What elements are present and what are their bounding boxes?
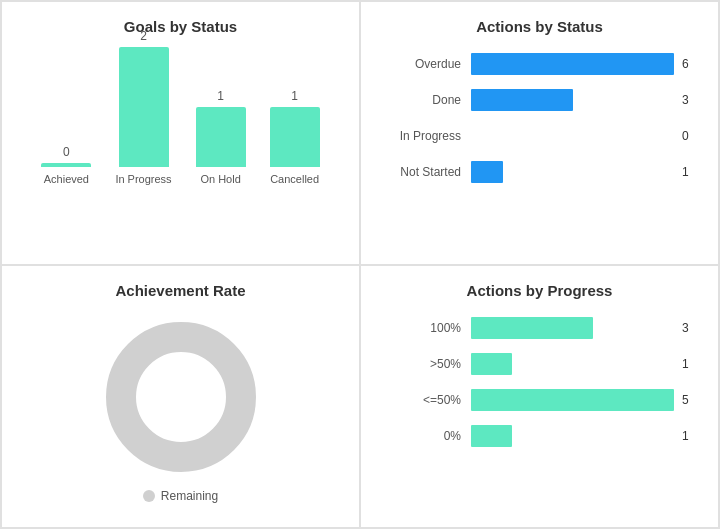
hbar-label: Overdue [381, 57, 461, 71]
actions-progress-chart: 100%3>50%1<=50%50%1 [381, 309, 698, 461]
hbar-track [471, 125, 674, 147]
svg-point-0 [121, 337, 241, 457]
bar-fill [270, 107, 320, 167]
hbar-count: 1 [682, 165, 698, 179]
donut-chart [101, 317, 261, 477]
donut-legend: Remaining [143, 489, 218, 503]
remaining-legend-label: Remaining [161, 489, 218, 503]
bar-label: In Progress [115, 173, 171, 185]
bar-value: 1 [291, 89, 298, 103]
achievement-rate-panel: Achievement Rate Remaining [1, 265, 360, 529]
bar-fill [119, 47, 169, 167]
achievement-rate-title: Achievement Rate [115, 282, 245, 299]
hbar-track [471, 425, 674, 447]
bar-group: 1On Hold [196, 89, 246, 185]
hbar-fill [471, 53, 674, 75]
hbar-track [471, 389, 674, 411]
actions-by-status-panel: Actions by Status Overdue6Done3In Progre… [360, 1, 719, 265]
hbar-row: Overdue6 [381, 53, 698, 75]
bar-value: 2 [140, 29, 147, 43]
bar-fill [196, 107, 246, 167]
goals-by-status-panel: Goals by Status 0Achieved2In Progress1On… [1, 1, 360, 265]
donut-container: Remaining [22, 309, 339, 512]
hbar-label: In Progress [381, 129, 461, 143]
bar-label: Achieved [44, 173, 89, 185]
hbar-label: 0% [381, 429, 461, 443]
bar-group: 1Cancelled [270, 89, 320, 185]
hbar-count: 5 [682, 393, 698, 407]
hbar-row: 100%3 [381, 317, 698, 339]
hbar-row: In Progress0 [381, 125, 698, 147]
hbar-label: Not Started [381, 165, 461, 179]
dashboard: Goals by Status 0Achieved2In Progress1On… [0, 0, 720, 529]
bar-value: 1 [217, 89, 224, 103]
hbar-label: >50% [381, 357, 461, 371]
actions-status-chart: Overdue6Done3In Progress0Not Started1 [381, 45, 698, 197]
hbar-row: Done3 [381, 89, 698, 111]
actions-by-progress-title: Actions by Progress [467, 282, 613, 299]
hbar-row: >50%1 [381, 353, 698, 375]
bar-value: 0 [63, 145, 70, 159]
bar-fill [41, 163, 91, 167]
hbar-row: Not Started1 [381, 161, 698, 183]
hbar-track [471, 353, 674, 375]
goals-bar-chart: 0Achieved2In Progress1On Hold1Cancelled [22, 55, 339, 215]
remaining-legend-dot [143, 490, 155, 502]
hbar-fill [471, 353, 512, 375]
hbar-count: 3 [682, 321, 698, 335]
bar-label: On Hold [200, 173, 240, 185]
hbar-count: 0 [682, 129, 698, 143]
bar-label: Cancelled [270, 173, 319, 185]
actions-by-status-title: Actions by Status [476, 18, 603, 35]
hbar-fill [471, 389, 674, 411]
bar-group: 2In Progress [115, 29, 171, 185]
bar-group: 0Achieved [41, 145, 91, 185]
hbar-fill [471, 317, 593, 339]
hbar-track [471, 161, 674, 183]
hbar-fill [471, 425, 512, 447]
hbar-track [471, 89, 674, 111]
hbar-track [471, 53, 674, 75]
hbar-row: <=50%5 [381, 389, 698, 411]
hbar-count: 1 [682, 357, 698, 371]
hbar-label: 100% [381, 321, 461, 335]
hbar-track [471, 317, 674, 339]
hbar-fill [471, 89, 573, 111]
hbar-fill [471, 161, 503, 183]
hbar-label: <=50% [381, 393, 461, 407]
hbar-count: 6 [682, 57, 698, 71]
hbar-count: 3 [682, 93, 698, 107]
actions-by-progress-panel: Actions by Progress 100%3>50%1<=50%50%1 [360, 265, 719, 529]
hbar-label: Done [381, 93, 461, 107]
hbar-row: 0%1 [381, 425, 698, 447]
hbar-count: 1 [682, 429, 698, 443]
